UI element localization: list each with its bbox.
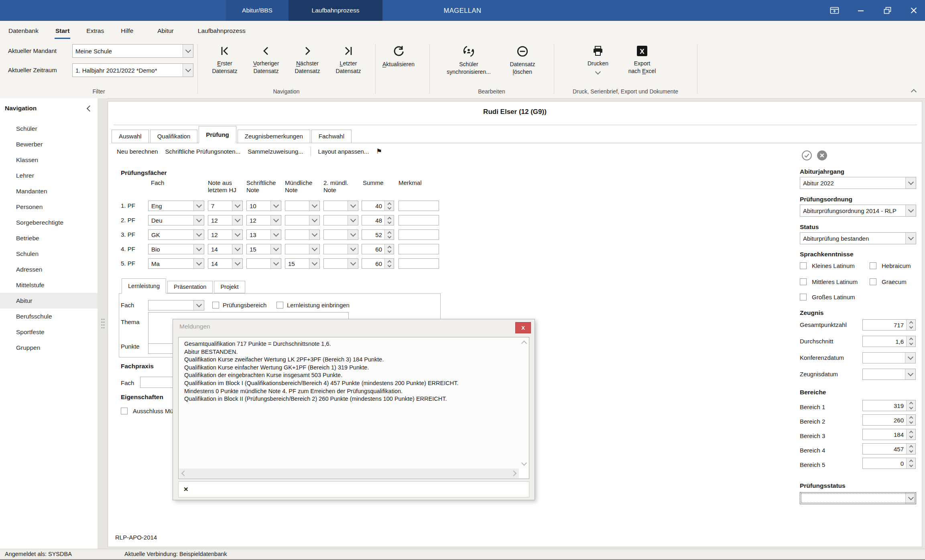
action-neu-berechnen[interactable]: Neu berechnen (117, 148, 158, 155)
titlebar-tab-abitur-bbs[interactable]: Abitur/BBS (226, 0, 289, 21)
note-hj-combo[interactable]: 14 (208, 244, 243, 254)
zeitraum-combo[interactable]: 1. Halbjahr 2021/2022 *Demo* (72, 63, 193, 77)
chevron-down-icon[interactable] (348, 244, 358, 254)
chevron-down-icon[interactable] (193, 244, 204, 254)
fach-combo[interactable]: Deu (148, 215, 204, 225)
menu-abitur[interactable]: Abitur (149, 21, 182, 41)
summe-field[interactable]: 52 (362, 229, 394, 240)
tab-pruefung[interactable]: Prüfung (199, 126, 236, 143)
validate-ok-icon[interactable] (801, 150, 812, 162)
chevron-down-icon[interactable] (905, 233, 916, 244)
chevron-down-icon[interactable] (193, 259, 204, 268)
chevron-down-icon[interactable] (348, 215, 358, 225)
chevron-down-icon[interactable] (232, 259, 242, 268)
chevron-down-icon[interactable] (348, 230, 358, 239)
delete-record-button[interactable]: Datensatzlöschen (498, 43, 547, 76)
spinner[interactable] (906, 336, 915, 347)
chevron-down-icon[interactable] (193, 201, 204, 211)
chevron-down-icon[interactable] (270, 259, 281, 268)
muendliche-note-combo[interactable]: 15 (285, 258, 320, 269)
print-button[interactable]: Drucken (576, 43, 620, 74)
merkmal-input[interactable] (398, 244, 439, 254)
chevron-down-icon[interactable] (309, 215, 319, 225)
sidebar-item-sorgeberechtigte[interactable]: Sorgeberechtigte (0, 215, 98, 230)
lernleistung-fach-combo[interactable] (148, 300, 204, 310)
chevron-down-icon[interactable] (232, 244, 242, 254)
sidebar-splitter[interactable] (98, 98, 108, 549)
note-hj-combo[interactable]: 14 (208, 258, 243, 269)
muendliche-note-combo[interactable] (285, 229, 320, 240)
chevron-down-icon[interactable] (309, 201, 319, 211)
chevron-down-icon[interactable] (309, 230, 319, 239)
spinner[interactable] (906, 458, 915, 469)
menu-start[interactable]: Start (47, 21, 78, 41)
zweite-muendl-note-combo[interactable] (323, 229, 358, 240)
chevron-down-icon[interactable] (270, 201, 281, 211)
zweite-muendl-note-combo[interactable] (323, 215, 358, 225)
spinner[interactable] (906, 429, 915, 440)
zweite-muendl-note-combo[interactable] (323, 258, 358, 269)
mittleres-latinum-checkbox[interactable] (800, 278, 807, 285)
merkmal-input[interactable] (398, 201, 439, 211)
collapse-sidebar-icon[interactable] (87, 105, 93, 112)
ausschluss-checkbox[interactable] (121, 408, 128, 414)
tab-zeugnisbemerkungen[interactable]: Zeugnisbemerkungen (238, 130, 310, 143)
bereich-3-field[interactable]: 184 (862, 429, 916, 440)
bereich-4-field[interactable]: 457 (862, 443, 916, 454)
sidebar-item-schulen[interactable]: Schulen (0, 246, 98, 262)
titlebar-tab-laufbahnprozess[interactable]: Laufbahnprozess (289, 0, 382, 21)
first-record-button[interactable]: ErsterDatensatz (204, 43, 246, 75)
tab-fachwahl[interactable]: Fachwahl (311, 130, 352, 143)
last-record-button[interactable]: LetzterDatensatz (327, 43, 369, 75)
sidebar-item-schueler[interactable]: Schüler (0, 121, 98, 136)
pruefungsstatus-combo[interactable] (800, 492, 916, 504)
export-excel-button[interactable]: X Exportnach Excel (618, 43, 666, 75)
chevron-down-icon[interactable] (193, 215, 204, 225)
subtab-projekt[interactable]: Projekt (214, 281, 245, 293)
refresh-button[interactable]: Aktualisieren (372, 43, 425, 68)
chevron-down-icon[interactable] (183, 45, 193, 57)
spinner[interactable] (384, 201, 394, 211)
zweite-muendl-note-combo[interactable] (323, 244, 358, 254)
chevron-down-icon[interactable] (309, 259, 319, 268)
muendliche-note-combo[interactable] (285, 215, 320, 225)
next-record-button[interactable]: NächsterDatensatz (287, 43, 328, 75)
subtab-praesentation[interactable]: Präsentation (167, 281, 213, 293)
mandant-combo[interactable]: Meine Schule (72, 44, 193, 58)
fach-combo[interactable]: GK (148, 229, 204, 240)
sidebar-item-sportfeste[interactable]: Sportfeste (0, 324, 98, 340)
pruefungsbereich-checkbox[interactable] (212, 302, 219, 308)
tab-auswahl[interactable]: Auswahl (112, 130, 149, 143)
pruefungsordnung-combo[interactable]: Abiturprüfungsordnung 2014 - RLP (800, 205, 916, 217)
schriftliche-note-combo[interactable]: 15 (246, 244, 281, 254)
spinner[interactable] (384, 244, 394, 254)
minimize-icon[interactable] (856, 6, 866, 15)
chevron-down-icon[interactable] (193, 300, 204, 310)
sidebar-item-lehrer[interactable]: Lehrer (0, 168, 98, 183)
chevron-down-icon[interactable] (183, 64, 193, 77)
bereich-5-field[interactable]: 0 (862, 458, 916, 469)
chevron-down-icon[interactable] (595, 69, 601, 75)
chevron-down-icon[interactable] (232, 215, 242, 225)
subtab-lernleistung[interactable]: Lernleistung (122, 278, 166, 294)
hebraicum-checkbox[interactable] (870, 262, 876, 269)
chevron-down-icon[interactable] (348, 259, 358, 268)
summe-field[interactable]: 60 (362, 258, 394, 269)
spinner[interactable] (906, 415, 915, 425)
spinner[interactable] (906, 400, 915, 411)
chevron-down-icon[interactable] (905, 205, 916, 216)
schriftliche-note-combo[interactable]: 13 (246, 229, 281, 240)
chevron-down-icon[interactable] (232, 201, 242, 211)
sidebar-item-klassen[interactable]: Klassen (0, 152, 98, 168)
note-hj-combo[interactable]: 12 (208, 215, 243, 225)
kleines-latinum-checkbox[interactable] (800, 262, 807, 269)
summe-field[interactable]: 48 (362, 215, 394, 225)
spinner[interactable] (906, 320, 915, 330)
scroll-right-icon[interactable] (511, 471, 516, 476)
menu-laufbahnprozess[interactable]: Laufbahnprozess (189, 21, 254, 41)
horizontal-scrollbar[interactable] (179, 469, 519, 478)
action-schriftliche-pruefungsnoten[interactable]: Schriftliche Prüfungsnoten... (165, 148, 241, 155)
sidebar-item-abitur[interactable]: Abitur (0, 293, 98, 308)
muendliche-note-combo[interactable] (285, 201, 320, 211)
sidebar-item-gruppen[interactable]: Gruppen (0, 340, 98, 355)
